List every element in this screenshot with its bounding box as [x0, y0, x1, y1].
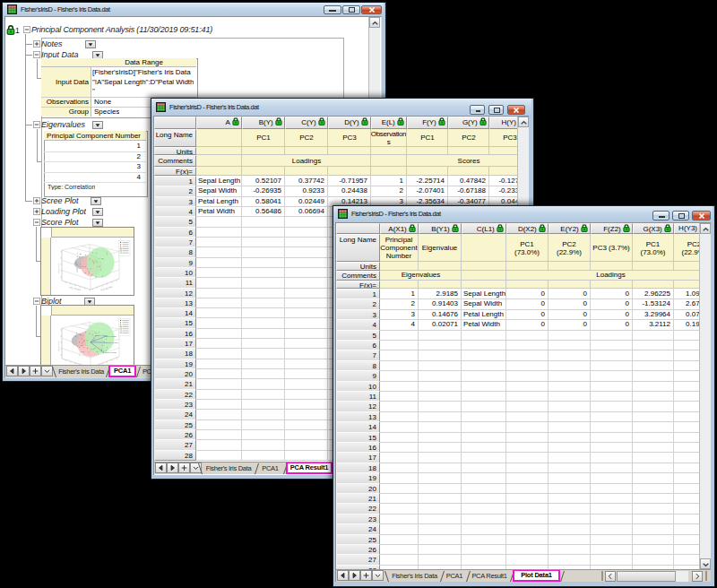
svg-text:PC2 (22.9%): PC2 (22.9%) [100, 286, 112, 291]
svg-text:PC3 (3.7%): PC3 (3.7%) [57, 262, 59, 272]
svg-text:PC3 (3.7%): PC3 (3.7%) [57, 340, 59, 350]
svg-text:Sepal Length: Sepal Length [106, 342, 119, 344]
svg-text:PC1 (73.0%): PC1 (73.0%) [69, 287, 82, 291]
svg-text:Sep. Width: Sep. Width [106, 335, 117, 338]
svg-text:Petal Length: Petal Length [105, 351, 117, 354]
